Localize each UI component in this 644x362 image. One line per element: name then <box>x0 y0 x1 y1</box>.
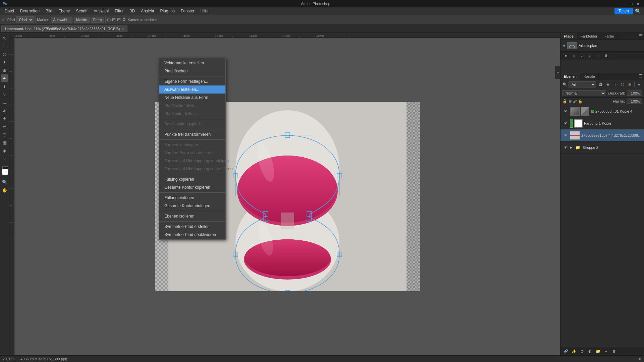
layer-row[interactable]: 👁 275cd85d...01 Kopie 4 <box>560 105 644 117</box>
menu-datei[interactable]: Datei <box>2 8 17 14</box>
menu-hilfe[interactable]: Hilfe <box>198 8 211 14</box>
ctx-symmetrie-deaktivieren[interactable]: Symmetrie-Pfad deaktivieren <box>159 231 225 239</box>
filter-shape-btn[interactable]: ⬡ <box>620 81 626 87</box>
layer-row-2[interactable]: 👁 Färbung 1 Kopie <box>560 117 644 129</box>
delete-layer-btn[interactable]: 🗑 <box>611 348 618 354</box>
marquee-tool[interactable]: ⬚ <box>1 42 8 50</box>
filter-adj-btn[interactable]: ◈ <box>605 81 611 87</box>
new-fill-btn[interactable]: ◐ <box>587 348 593 354</box>
fill-input[interactable] <box>627 99 642 104</box>
load-selection-btn[interactable]: ⊙ <box>579 53 585 59</box>
menu-bild[interactable]: Bild <box>43 8 55 14</box>
layer-row-3[interactable]: 👁 275cd85e81dc7f4f4d276c2c23386c01 <box>560 129 644 141</box>
brush-tool[interactable]: 🖌 <box>1 107 8 114</box>
paths-tab[interactable]: Pfade <box>560 33 577 40</box>
canvas-container[interactable]: Vektormaske erstellen Pfad löschen Eigen… <box>14 38 560 355</box>
doc-tab[interactable]: Unbenannt-1 bei 21% (275cd85e81dc7f4f4d2… <box>1 25 127 32</box>
hand-tool[interactable]: ✋ <box>1 186 8 194</box>
ctx-kontur-einfuegen[interactable]: Gesamte Kontur einfügen <box>159 202 225 210</box>
zoom-tool[interactable]: 🔍 <box>1 178 8 186</box>
path-item-arbeitspfad[interactable]: Arbeitspfad <box>562 41 643 50</box>
blend-mode-select[interactable]: Normal <box>562 90 606 96</box>
ctx-fuellung-einfuegen[interactable]: Füllung einfügen <box>159 194 225 202</box>
new-path-btn[interactable]: + <box>595 53 601 59</box>
delete-path-btn[interactable]: 🗑 <box>603 53 609 59</box>
path-select-tool[interactable]: ▷ <box>1 90 8 98</box>
layer-visibility-4[interactable]: 👁 <box>562 144 569 150</box>
layers-filter-select[interactable]: Art <box>569 81 596 87</box>
ctx-vektormaske[interactable]: Vektormaske erstellen <box>159 59 225 67</box>
dodge-tool[interactable]: ○ <box>1 155 8 162</box>
ctx-fuellung-kopieren[interactable]: Füllung kopieren <box>159 175 225 183</box>
menu-3d[interactable]: 3D <box>127 8 138 14</box>
layer-visibility-3[interactable]: 👁 <box>562 132 569 138</box>
settings-icon[interactable]: ⚙ <box>122 17 126 22</box>
stroke-path-btn[interactable]: ○ <box>571 53 577 59</box>
doc-tab-close[interactable]: × <box>122 27 124 31</box>
channels-tab[interactable]: Kanäle <box>580 73 599 80</box>
menu-fenster[interactable]: Fenster <box>178 8 197 14</box>
pen-tool[interactable]: ✒ <box>1 74 8 82</box>
layers-tab[interactable]: Ebenen <box>560 73 580 80</box>
menu-filter[interactable]: Filter <box>112 8 126 14</box>
form-btn[interactable]: Form <box>91 17 104 23</box>
colorfields-tab[interactable]: Farbfelder <box>577 33 601 40</box>
status-info-btn[interactable]: ▶ <box>639 357 641 361</box>
add-style-btn[interactable]: ✨ <box>571 348 577 354</box>
ctx-pfad-loeschen[interactable]: Pfad löschen <box>159 67 225 75</box>
magic-wand-tool[interactable]: ✦ <box>1 58 8 66</box>
collapse-panel-btn[interactable]: » <box>555 66 560 79</box>
share-button[interactable]: Teilen <box>614 8 633 14</box>
maximize-btn[interactable]: □ <box>628 1 635 6</box>
ctx-eigene-form[interactable]: Eigene Form festlegen... <box>159 77 225 85</box>
history-brush[interactable]: ↩ <box>1 123 8 130</box>
lasso-tool[interactable]: ◎ <box>1 50 8 58</box>
menu-auswahl[interactable]: Auswahl <box>91 8 111 14</box>
new-group-btn[interactable]: 📁 <box>595 348 601 354</box>
menu-ebene[interactable]: Ebene <box>56 8 73 14</box>
menu-bearbeiten[interactable]: Bearbeiten <box>17 8 42 14</box>
move-tool[interactable]: ↖ <box>1 34 8 42</box>
blur-tool[interactable]: ◈ <box>1 147 8 154</box>
ctx-neue-hilfslinie[interactable]: Neue Hilfslinie aus Form <box>159 94 225 102</box>
stamp-tool[interactable]: ✦ <box>1 115 8 122</box>
crop-tool[interactable]: ⊞ <box>1 66 8 74</box>
type-tool[interactable]: T <box>1 82 8 90</box>
lock-pos-icon[interactable]: ⊞ <box>569 99 572 104</box>
ctx-auswahl-erstellen[interactable]: Auswahl erstellen... <box>159 85 225 94</box>
opacity-input[interactable] <box>627 90 642 96</box>
add-mask-btn[interactable]: ⊙ <box>579 348 585 354</box>
lock-pixel-icon[interactable]: 🖌 <box>573 99 577 104</box>
layer-visibility-1[interactable]: 👁 <box>562 108 569 114</box>
group-expand-icon[interactable]: ▶ <box>570 145 574 149</box>
filter-toggle-btn[interactable]: ● <box>636 81 642 87</box>
auswahl-btn[interactable]: Auswahl... <box>51 17 73 23</box>
gradient-tool[interactable]: ▦ <box>1 139 8 146</box>
ctx-symmetrie-erstellen[interactable]: Symmetrie-Pfad erstellen <box>159 223 225 231</box>
layers-panel-menu[interactable]: ☰ <box>638 73 644 80</box>
filter-type-btn[interactable]: T <box>612 81 618 87</box>
link-layers-btn[interactable]: 🔗 <box>562 348 569 354</box>
minimize-btn[interactable]: − <box>621 1 628 6</box>
make-workpath-btn[interactable]: ◎ <box>587 53 593 59</box>
paths-panel-menu[interactable]: ☰ <box>638 33 644 40</box>
ctx-punkte-transformieren[interactable]: Punkte frei transformieren <box>159 130 225 138</box>
background-color[interactable] <box>2 169 8 175</box>
menu-ansicht[interactable]: Ansicht <box>138 8 157 14</box>
path-type-select[interactable]: Pfad <box>16 16 34 23</box>
ctx-ebenen-isolieren[interactable]: Ebenen isolieren <box>159 212 225 220</box>
menu-schrift[interactable]: Schrift <box>73 8 90 14</box>
filter-smartobj-btn[interactable]: ⊞ <box>627 81 633 87</box>
filter-pixel-btn[interactable]: 🖼 <box>597 81 603 87</box>
layer-row-4[interactable]: 👁 ▶ 📁 Gruppe 2 <box>560 141 644 154</box>
layer-visibility-2[interactable]: 👁 <box>562 120 569 126</box>
lock-none-icon[interactable]: 🔓 <box>562 99 567 104</box>
search-button[interactable]: 🔍 <box>634 8 642 14</box>
color-tab[interactable]: Farbe <box>601 33 618 40</box>
menu-plugins[interactable]: Plug-ins <box>158 8 177 14</box>
new-layer-btn[interactable]: + <box>603 348 609 354</box>
ctx-kontur-kopieren[interactable]: Gesamte Kontur kopieren <box>159 183 225 191</box>
shape-tool[interactable]: ▭ <box>1 99 8 106</box>
maske-btn[interactable]: Maske <box>74 17 89 23</box>
eraser-tool[interactable]: ◻ <box>1 131 8 138</box>
